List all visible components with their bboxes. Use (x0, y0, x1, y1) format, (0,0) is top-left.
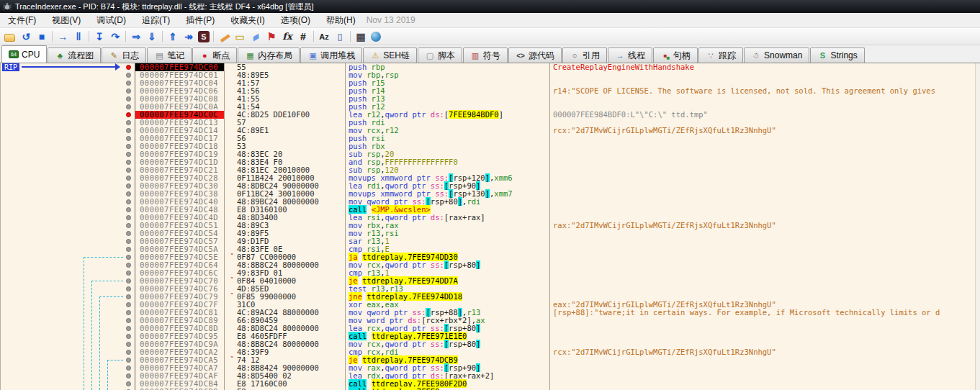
breakpoint-dot[interactable] (126, 199, 131, 204)
comment-cell (550, 158, 980, 166)
breakpoint-dot[interactable] (126, 239, 131, 244)
pause-icon[interactable]: ‖ (71, 30, 86, 44)
breakpoint-dot[interactable] (126, 176, 131, 181)
menu-item-1[interactable]: 视图(V) (44, 15, 89, 25)
breakpoint-dot[interactable] (126, 81, 131, 86)
tab-breakpoints[interactable]: ●断点 (192, 47, 237, 63)
breakpoint-gutter (123, 87, 135, 95)
run-to-icon[interactable]: ⇒ (128, 30, 144, 44)
hash-icon[interactable]: # (295, 30, 311, 44)
run-icon[interactable]: → (55, 30, 71, 44)
comment-cell (550, 95, 980, 103)
breakpoint-dot[interactable] (126, 207, 131, 212)
breakpoint-dot[interactable] (126, 231, 131, 236)
breakpoint-dot[interactable] (126, 318, 131, 323)
menu-item-5[interactable]: 收藏夹(I) (222, 15, 272, 25)
scylla-icon[interactable]: S (198, 31, 210, 42)
breakpoint-gutter (123, 127, 135, 135)
menu-item-4[interactable]: 插件(P) (178, 15, 222, 25)
breakpoint-dot[interactable] (126, 278, 131, 284)
breakpoint-dot[interactable] (126, 168, 131, 173)
jump-line (107, 360, 123, 360)
breakpoint-dot[interactable] (126, 247, 131, 252)
tab-log[interactable]: ✎日志 (102, 47, 146, 63)
menu-item-2[interactable]: 调试(D) (89, 15, 134, 25)
menu-item-6[interactable]: 选项(O) (273, 15, 318, 25)
menu-item-7[interactable]: 帮助(H) (318, 15, 364, 25)
step-out-icon[interactable]: ⇑ (165, 30, 181, 44)
menu-item-3[interactable]: 追踪(T) (134, 15, 178, 25)
tab-source[interactable]: <>源代码 (508, 47, 562, 63)
breakpoint-dot[interactable] (126, 286, 131, 291)
breakpoint-dot[interactable] (126, 160, 131, 165)
breakpoint-dot[interactable] (126, 255, 131, 260)
step-over-icon[interactable]: ↷ (107, 30, 123, 44)
comment-cell: rcx:"2d7IMvWCijrGILplwMGTi/ZEfRjsXQfuLt1… (550, 127, 980, 135)
breakpoint-dot[interactable] (126, 223, 131, 228)
comment-cell (550, 356, 980, 364)
breakpoint-dot[interactable] (126, 271, 131, 276)
comment-icon[interactable]: ▭ (232, 30, 248, 44)
breakpoint-dot[interactable] (126, 326, 131, 331)
breakpoint-dot[interactable] (126, 96, 131, 101)
tab-strings[interactable]: SStrings (810, 47, 864, 63)
jump-gutter (1, 87, 123, 95)
step-into-icon[interactable]: ↧ (91, 30, 107, 44)
breakpoint-dot[interactable] (126, 191, 131, 196)
text-size-icon[interactable]: Az (316, 30, 332, 44)
run-to-user-code-icon[interactable]: ↠ (181, 30, 197, 44)
tab-symbols[interactable]: ▥符号 (463, 47, 508, 63)
breakpoint-dot[interactable] (126, 152, 131, 157)
calculator-icon[interactable]: ▦ (353, 30, 369, 44)
vertical-scrollbar[interactable] (975, 63, 980, 390)
breakpoint-dot[interactable] (126, 120, 131, 125)
tab-handles[interactable]: ■句柄 (653, 47, 698, 63)
breakpoint-dot[interactable] (126, 294, 131, 299)
breakpoint-gutter (123, 301, 135, 309)
breakpoint-dot[interactable] (126, 128, 131, 133)
breakpoint-dot[interactable] (126, 358, 131, 363)
breakpoint-dot[interactable] (126, 263, 131, 268)
stop-icon[interactable]: ■ (34, 30, 50, 44)
tab-graph[interactable]: ♣流程图 (48, 47, 101, 63)
breakpoint-dot[interactable] (126, 302, 131, 307)
breakpoint-dot[interactable] (126, 342, 131, 347)
breakpoint-dot[interactable] (126, 215, 131, 220)
menu-item-0[interactable]: 文件(F) (0, 15, 44, 25)
globe-icon[interactable] (371, 32, 381, 42)
jump-direction-icon: ˇ (230, 293, 234, 301)
device-icon[interactable]: ▯ (332, 30, 348, 44)
breakpoint-dot[interactable] (126, 183, 131, 189)
execute-till-return-icon[interactable]: ⇓ (144, 30, 160, 44)
breakpoint-dot[interactable] (126, 73, 131, 78)
breakpoint-dot[interactable] (126, 144, 131, 149)
tab-snowman[interactable]: ☃Snowman (744, 47, 809, 63)
comment-cell (550, 340, 980, 348)
tab-notes[interactable]: ▤笔记 (147, 47, 192, 63)
tab-trace[interactable]: ∵跟踪 (698, 47, 743, 63)
tab-script[interactable]: ▢脚本 (418, 47, 462, 63)
function-icon[interactable]: fx (279, 30, 295, 44)
breakpoint-dot[interactable] (126, 310, 131, 315)
breakpoint-dot[interactable] (126, 350, 131, 355)
breakpoint-dot[interactable] (126, 89, 131, 94)
breakpoint-dot[interactable] (126, 136, 131, 141)
tab-threads[interactable]: →线程 (608, 47, 652, 63)
breakpoint-dot-active[interactable] (126, 112, 131, 117)
breakpoint-dot[interactable] (126, 104, 131, 109)
tab-call-stack[interactable]: ▣调用堆栈 (300, 47, 362, 63)
open-file-icon[interactable] (4, 34, 15, 42)
bookmark-icon[interactable]: ⚑ (264, 30, 279, 44)
breakpoint-gutter (123, 174, 135, 182)
breakpoint-dot[interactable] (126, 334, 131, 339)
breakpoint-dot[interactable] (126, 366, 131, 371)
tab-memory-map[interactable]: ▦内存布局 (238, 47, 300, 63)
tab-cpu[interactable]: 64CPU (1, 45, 47, 63)
breakpoint-dot[interactable] (126, 381, 131, 386)
jump-gutter (1, 380, 123, 388)
tab-seh[interactable]: ⚠SEH链 (363, 47, 417, 63)
breakpoint-dot[interactable] (126, 373, 131, 378)
tab-references[interactable]: ○引用 (562, 47, 607, 63)
restart-icon[interactable]: ↺ (18, 30, 34, 44)
breakpoint-dot-active[interactable] (126, 65, 131, 70)
